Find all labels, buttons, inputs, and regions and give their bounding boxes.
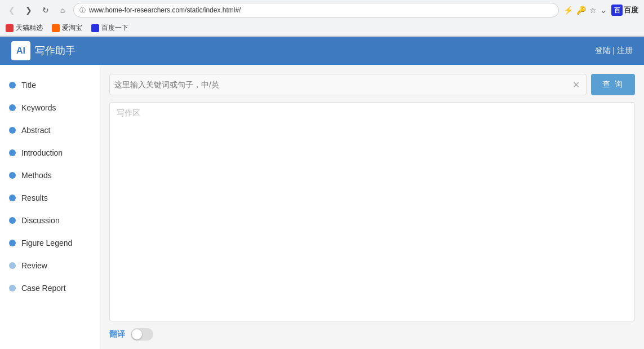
star-icon[interactable]: ☆ [589, 6, 597, 15]
sidebar-label-methods: Methods [21, 171, 52, 180]
dot-title [9, 82, 16, 89]
header-auth: 登陆 | 注册 [595, 46, 633, 56]
fav-tmall[interactable]: 天猫精选 [6, 23, 43, 33]
sidebar-label-discussion: Discussion [21, 216, 60, 225]
sidebar-item-abstract[interactable]: Abstract [0, 119, 100, 142]
baidu-label: 百度 [624, 5, 638, 15]
ai-logo-box: AI [11, 41, 30, 60]
browser-toolbar: ❮ ❯ ↻ ⌂ ⓘ www.home-for-researchers.com/s… [0, 0, 644, 20]
sidebar-item-keywords[interactable]: Keywords [0, 96, 100, 119]
app-header: AI 写作助手 登陆 | 注册 [0, 37, 644, 65]
baidu-logo: 百 百度 [611, 5, 638, 16]
register-link[interactable]: 注册 [617, 46, 633, 55]
sidebar-label-keywords: Keywords [21, 103, 56, 112]
translate-row: 翻译 [109, 328, 635, 341]
favorites-bar: 天猫精选 爱淘宝 百度一下 [0, 20, 644, 36]
writing-placeholder: 写作区 [117, 108, 140, 118]
fav-baidu[interactable]: 百度一下 [91, 23, 128, 33]
sidebar: Title Keywords Abstract Introduction Met… [0, 65, 100, 349]
url-text: www.home-for-researchers.com/static/inde… [89, 6, 241, 14]
login-link[interactable]: 登陆 [595, 46, 611, 55]
tmall-icon [6, 24, 14, 32]
dot-keywords [9, 104, 16, 111]
sidebar-item-results[interactable]: Results [0, 187, 100, 209]
fav-taobao[interactable]: 爱淘宝 [52, 23, 82, 33]
search-button[interactable]: 查 询 [591, 74, 635, 95]
sidebar-item-case-report[interactable]: Case Report [0, 277, 100, 299]
search-clear-button[interactable]: ✕ [570, 79, 581, 90]
sidebar-item-discussion[interactable]: Discussion [0, 209, 100, 232]
writing-area[interactable]: 写作区 [109, 102, 635, 321]
sidebar-item-methods[interactable]: Methods [0, 164, 100, 187]
translate-label: 翻译 [109, 329, 125, 339]
taobao-icon [52, 24, 60, 32]
lightning-icon: ⚡ [563, 6, 573, 15]
sidebar-label-title: Title [21, 81, 36, 90]
sidebar-label-results: Results [21, 193, 48, 202]
app-container: AI 写作助手 登陆 | 注册 Title Keywords Abstract [0, 37, 644, 349]
search-row: ✕ 查 询 [109, 74, 635, 95]
dot-discussion [9, 217, 16, 224]
refresh-button[interactable]: ↻ [39, 4, 52, 16]
sidebar-label-review: Review [21, 261, 47, 270]
dot-abstract [9, 127, 16, 134]
sidebar-label-case-report: Case Report [21, 284, 66, 293]
dot-introduction [9, 149, 16, 156]
sidebar-item-introduction[interactable]: Introduction [0, 142, 100, 164]
fav-tmall-label: 天猫精选 [16, 23, 43, 33]
back-button[interactable]: ❮ [6, 4, 18, 16]
search-input[interactable] [114, 80, 570, 89]
sidebar-label-abstract: Abstract [21, 126, 50, 135]
sidebar-item-review[interactable]: Review [0, 254, 100, 277]
sidebar-item-figure-legend[interactable]: Figure Legend [0, 232, 100, 254]
dot-results [9, 195, 16, 201]
sidebar-label-introduction: Introduction [21, 148, 63, 157]
key-icon: 🔑 [576, 6, 586, 15]
header-logo: AI 写作助手 [11, 41, 75, 60]
address-bar[interactable]: ⓘ www.home-for-researchers.com/static/in… [73, 3, 559, 17]
search-input-wrapper: ✕ [109, 74, 587, 95]
browser-chrome: ❮ ❯ ↻ ⌂ ⓘ www.home-for-researchers.com/s… [0, 0, 644, 37]
sidebar-item-title[interactable]: Title [0, 74, 100, 96]
content-area: ✕ 查 询 写作区 翻译 [100, 65, 644, 349]
dot-review [9, 262, 16, 269]
fav-baidu-label: 百度一下 [101, 23, 128, 33]
browser-actions: ⚡ 🔑 ☆ ⌄ [563, 6, 607, 15]
app-title: 写作助手 [35, 44, 75, 58]
forward-button[interactable]: ❯ [23, 4, 35, 16]
baidu-icon: 百 [611, 5, 623, 16]
translate-toggle[interactable] [131, 328, 153, 341]
sidebar-label-figure-legend: Figure Legend [21, 238, 72, 248]
dot-figure-legend [9, 240, 16, 246]
info-icon: ⓘ [79, 6, 86, 15]
dot-case-report [9, 285, 16, 291]
auth-separator: | [612, 46, 617, 55]
fav-taobao-label: 爱淘宝 [62, 23, 82, 33]
dot-methods [9, 172, 16, 179]
ai-logo-text: AI [16, 46, 25, 56]
home-button[interactable]: ⌂ [56, 4, 69, 16]
chevron-icon[interactable]: ⌄ [600, 6, 607, 15]
toggle-knob [132, 329, 142, 339]
main-content: Title Keywords Abstract Introduction Met… [0, 65, 644, 349]
baidu-fav-icon [91, 24, 99, 32]
